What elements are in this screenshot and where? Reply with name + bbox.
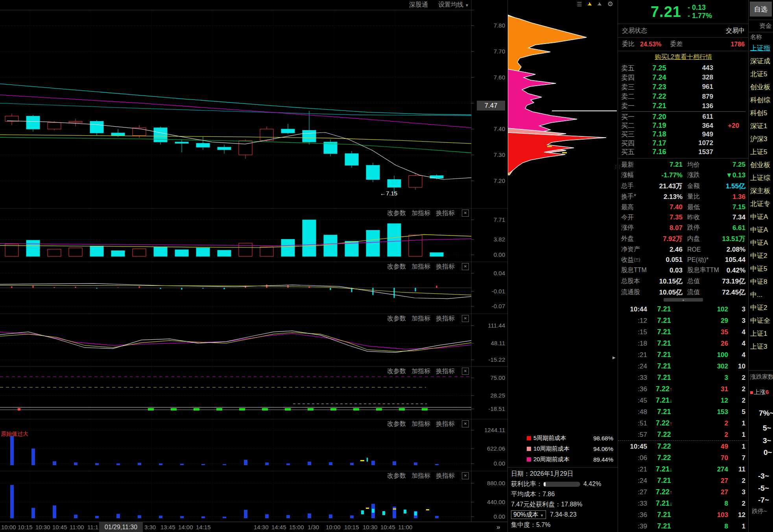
axis-tick: 28.25 [490, 392, 505, 399]
cost90-dropdown[interactable]: 90%成本▼ [511, 510, 546, 519]
sidebar-index-item[interactable]: 科创综 [749, 94, 773, 107]
sidebar-index-item[interactable]: 中证A [749, 223, 773, 236]
sidebar-index-item[interactable]: 上证综 [749, 171, 773, 184]
ma-settings-dropdown[interactable]: 设置均线▼ [438, 1, 469, 9]
ask-row[interactable]: 卖一7.21136 [618, 102, 749, 110]
sidebar-index-item[interactable]: 上证指 [749, 42, 773, 55]
sidebar-index-item[interactable]: 创业板 [749, 81, 773, 94]
l2-purchase-link[interactable]: 购买L2查看十档行情 [655, 53, 712, 61]
change-params-button[interactable]: 改参数 [387, 209, 406, 217]
time-tick-label: 11:00 [398, 522, 412, 532]
sidebar-index-item[interactable]: 北证专 [749, 197, 773, 210]
sidebar-index-item[interactable]: 深证成 [749, 55, 773, 68]
sidebar-index-item[interactable]: 中证8 [749, 275, 773, 288]
add-indicator-button[interactable]: 加指标 [411, 367, 430, 376]
sidebar-index-item[interactable]: 创业板 [749, 158, 773, 171]
sidebar-index-item[interactable]: 中证2 [749, 249, 773, 262]
name-column-header: 名称 [750, 32, 762, 42]
concentration-label: 集中度： [511, 521, 536, 529]
switch-indicator-button[interactable]: 换指标 [436, 209, 455, 217]
panel-collapse-arrow[interactable]: ▸ [612, 354, 616, 361]
kline-chart-area[interactable]: 深股通 设置均线▼ 7.807.707.607.507.407.307.207.… [0, 0, 507, 532]
more-times-button[interactable]: » [496, 522, 500, 532]
sidebar-index-item[interactable]: 中证2 [749, 301, 773, 314]
index-list[interactable]: 上证指深证成北证5创业板科创综科创5深证1沪深3上证5创业板上证综深主板北证专中… [749, 42, 773, 353]
time-tick-label: 10:30 [363, 522, 378, 532]
stat-row: 收益㈢0.051PE(动)*105.44 [618, 256, 749, 264]
sidebar-index-item[interactable]: 中... [749, 288, 773, 301]
time-tick-label: 11:00 [70, 522, 84, 532]
tab-funds[interactable]: 资金 [749, 20, 773, 32]
status-value: 交易中 [726, 27, 745, 35]
trade-tick-row: :247.2130210 [618, 361, 749, 372]
sidebar-index-item[interactable]: 上证5 [749, 145, 773, 158]
time-and-sales[interactable]: 10:447.211023:127.21293:157.21354:187.21… [618, 304, 749, 532]
divider [508, 467, 618, 468]
sidebar-index-item[interactable]: 北证5 [749, 68, 773, 81]
at-price-profit-label: 7.47元处获利盘： [511, 501, 561, 509]
change-params-button[interactable]: 改参数 [387, 315, 406, 323]
switch-indicator-button[interactable]: 换指标 [436, 472, 455, 480]
panel-resize-handle[interactable]: ⋮⋮ [614, 164, 621, 169]
change-params-button[interactable]: 改参数 [387, 472, 406, 480]
sidebar-index-item[interactable]: 沪深3 [749, 133, 773, 145]
switch-indicator-button[interactable]: 换指标 [436, 367, 455, 376]
bid-row[interactable]: 买一7.20611 [618, 112, 749, 121]
close-panel-button[interactable]: ✕ [462, 263, 469, 270]
close-panel-button[interactable]: ✕ [462, 210, 469, 217]
switch-indicator-button[interactable]: 换指标 [436, 420, 455, 428]
bid-row[interactable]: 买五7.161537 [618, 148, 749, 156]
sidebar-index-item[interactable]: 中证5 [749, 262, 773, 275]
bid-levels[interactable]: 买一7.20611买二7.19364+20买三7.18949买四7.171072… [618, 112, 749, 156]
change-params-button[interactable]: 改参数 [387, 367, 406, 376]
bid-row[interactable]: 买三7.18949 [618, 130, 749, 139]
ask-row[interactable]: 卖二7.22879 [618, 92, 749, 101]
sidebar-index-item[interactable]: 深主板 [749, 184, 773, 197]
close-panel-button[interactable]: ✕ [462, 315, 469, 322]
indicator-toolbar: 改参数加指标换指标✕ [0, 471, 469, 480]
switch-indicator-button[interactable]: 换指标 [436, 315, 455, 323]
stat-row: 总股本10.15亿总值73.19亿 [618, 277, 749, 286]
add-indicator-button[interactable]: 加指标 [411, 420, 430, 428]
change-params-button[interactable]: 改参数 [387, 420, 406, 428]
sidebar-index-item[interactable]: 深证1 [749, 120, 773, 133]
ask-row[interactable]: 卖四7.24328 [618, 73, 749, 82]
indicator-toolbar: 改参数加指标换指标✕ [0, 367, 469, 376]
change-params-button[interactable]: 改参数 [387, 263, 406, 271]
date-label: 日期： [511, 470, 530, 478]
sidebar-index-item[interactable]: 中证A [749, 210, 773, 223]
collapse-handle[interactable]: ▲ [664, 298, 703, 302]
time-tick-label: 3:30 [144, 522, 156, 532]
scale-label: 5~ [763, 424, 771, 433]
close-panel-button[interactable]: ✕ [462, 368, 469, 375]
add-indicator-button[interactable]: 加指标 [411, 315, 430, 323]
switch-indicator-button[interactable]: 换指标 [436, 263, 455, 271]
chart-topbar: 深股通 设置均线▼ [0, 0, 474, 10]
add-indicator-button[interactable]: 加指标 [411, 472, 430, 480]
ask-row[interactable]: 卖三7.23961 [618, 83, 749, 91]
close-panel-button[interactable]: ✕ [462, 420, 469, 427]
ask-row[interactable]: 卖五7.25443 [618, 64, 749, 72]
ask-levels[interactable]: 卖五7.25443卖四7.24328卖三7.23961卖二7.22879卖一7.… [618, 63, 749, 111]
axis-tick: 111.44 [488, 322, 505, 329]
add-indicator-button[interactable]: 加指标 [411, 263, 430, 271]
time-tick-label: 13:45 [161, 522, 175, 532]
bid-row[interactable]: 买四7.171072 [618, 139, 749, 147]
weibi-value: 24.53% [640, 41, 661, 48]
add-indicator-button[interactable]: 加指标 [411, 209, 430, 217]
market-link[interactable]: 深股通 [409, 1, 428, 9]
scale-label: 3~ [763, 436, 771, 445]
profit-ratio-label: 获利比率： [511, 480, 542, 488]
time-tick-label: 14:15 [196, 522, 211, 532]
concentration-value: 5.7% [536, 521, 550, 528]
add-watchlist-button[interactable]: 自选 [750, 2, 772, 17]
bid-row[interactable]: 买二7.19364+20 [618, 121, 749, 130]
sidebar-index-item[interactable]: 中证全 [749, 314, 773, 327]
axis-tick: 48.11 [491, 340, 505, 346]
sidebar-index-item[interactable]: 上证3 [749, 340, 773, 353]
sidebar-index-item[interactable]: 中证A [749, 236, 773, 249]
sidebar-index-item[interactable]: 科创5 [749, 107, 773, 120]
legend-swatch-icon [527, 457, 531, 462]
sidebar-index-item[interactable]: 上证1 [749, 327, 773, 340]
close-panel-button[interactable]: ✕ [462, 472, 469, 479]
